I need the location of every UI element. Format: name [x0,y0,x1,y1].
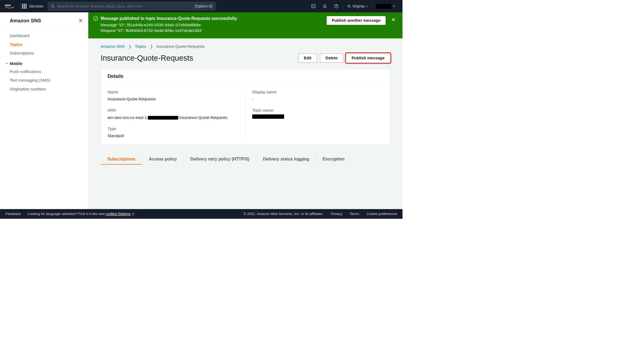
nav-dashboard[interactable]: Dashboard [0,31,88,40]
divider [20,3,21,9]
nav-origination-numbers[interactable]: Origination numbers [0,85,88,94]
tab-subscriptions[interactable]: Subscriptions [101,154,142,165]
account-redacted [376,4,391,9]
search-icon [51,4,55,8]
tab-delivery-status[interactable]: Delivery status logging [256,154,316,165]
tabs: Subscriptions Access policy Delivery ret… [101,154,390,165]
sidebar-title: Amazon SNS [10,18,41,23]
banner-request-id: Request "ID": fb3645b3-8732-5edd-805e-1e… [101,28,327,33]
breadcrumb-current: Insurance-Quote-Requests [156,44,205,49]
details-panel: Details Name Insurance-Quote-Requests AR… [101,69,390,145]
name-value: Insurance-Quote-Requests [108,96,239,102]
edit-button[interactable]: Edit [298,53,317,63]
nav-mobile-section[interactable]: ▼Mobile [0,57,88,67]
language-prompt: Looking for language selection? Find it … [28,212,135,216]
main-content: Message published to topic Insurance-Quo… [88,12,402,209]
type-label: Type [108,126,239,131]
nav-push-notifications[interactable]: Push notifications [0,67,88,76]
display-name-value: - [252,96,383,102]
nav-topics[interactable]: Topics [0,40,88,49]
arn-label: ARN [108,108,239,113]
success-check-icon [93,16,98,21]
svg-point-1 [52,5,54,7]
sidebar-close-icon[interactable]: ✕ [78,17,83,24]
nav-text-messaging[interactable]: Text messaging (SMS) [0,76,88,85]
banner-message-id: Message "ID": f51a44fa-e240-5330-94a0-1f… [101,23,327,27]
delete-button[interactable]: Delete [320,53,343,63]
nav-subscriptions[interactable]: Subscriptions [0,49,88,58]
page-title: Insurance-Quote-Requests [101,53,193,63]
topic-owner-value [252,114,383,119]
services-grid-icon[interactable] [22,4,27,9]
banner-title: Message published to topic Insurance-Quo… [101,16,327,21]
search-shortcut: [Option+S] [195,4,212,8]
breadcrumb-root[interactable]: Amazon SNS [101,44,125,49]
tab-delivery-retry[interactable]: Delivery retry policy (HTTP/S) [184,154,256,165]
divider [343,3,343,9]
footer-cookie[interactable]: Cookie preferences [367,212,397,216]
footer: Feedback Looking for language selection?… [0,209,402,219]
owner-redacted [252,114,284,119]
banner-close-icon[interactable]: ✕ [390,16,397,23]
details-panel-title: Details [108,74,383,79]
unified-settings-link[interactable]: Unified Settings [106,212,131,216]
tab-access-policy[interactable]: Access policy [142,154,184,165]
chevron-right-icon: ❯ [150,44,153,49]
help-icon[interactable] [334,4,339,9]
footer-copyright: © 2022, Amazon Web Services, Inc. or its… [244,212,323,216]
region-selector[interactable]: N. Virginia▼ [347,4,368,8]
tab-encryption[interactable]: Encryption [316,154,352,165]
footer-privacy[interactable]: Privacy [331,212,342,216]
svg-text:aws: aws [5,3,11,7]
cloudshell-icon[interactable] [311,4,316,9]
services-label[interactable]: Services [29,4,43,8]
info-icon[interactable]: i [394,30,400,35]
divider [372,3,372,9]
feedback-link[interactable]: Feedback [5,212,21,216]
svg-line-2 [53,7,54,8]
chevron-right-icon: ❯ [128,44,132,49]
svg-rect-3 [312,5,315,8]
arn-account-redacted [148,116,178,120]
type-value: Standard [108,133,239,139]
account-menu[interactable]: ▼ [376,4,395,9]
breadcrumb: Amazon SNS ❯ Topics ❯ Insurance-Quote-Re… [101,44,390,49]
arn-value: arn:aws:sns:us-east-1::Insurance-Quote-R… [108,114,239,121]
publish-message-button[interactable]: Publish message [346,53,390,63]
top-nav: aws Services [Option+S] N. Virginia▼ ▼ [0,0,402,12]
success-banner: Message published to topic Insurance-Quo… [88,12,402,38]
global-search[interactable]: [Option+S] [48,2,215,10]
publish-another-button[interactable]: Publish another message [327,16,386,25]
aws-logo[interactable]: aws [5,3,14,9]
search-input[interactable] [57,4,195,8]
display-name-label: Display name [252,90,383,94]
topic-owner-label: Topic owner [252,108,383,113]
breadcrumb-topics[interactable]: Topics [135,44,147,49]
external-link-icon [131,212,134,216]
sidebar: Amazon SNS ✕ Dashboard Topics Subscripti… [0,12,88,209]
name-label: Name [108,90,239,94]
notifications-icon[interactable] [323,4,327,9]
footer-terms[interactable]: Terms [350,212,359,216]
